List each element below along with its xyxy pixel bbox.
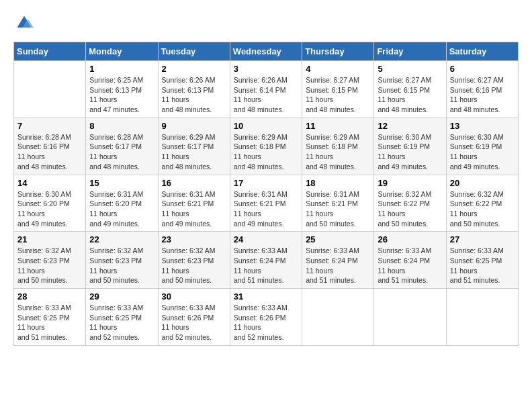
calendar-cell: 10Sunrise: 6:29 AMSunset: 6:18 PM11 hour… bbox=[230, 118, 302, 175]
day-number: 9 bbox=[162, 121, 226, 131]
calendar-cell: 28Sunrise: 6:33 AMSunset: 6:25 PM11 hour… bbox=[14, 289, 86, 346]
calendar-cell: 3Sunrise: 6:26 AMSunset: 6:14 PM11 hours… bbox=[230, 61, 302, 118]
weekday-header-sunday: Sunday bbox=[14, 42, 86, 61]
calendar-cell: 16Sunrise: 6:31 AMSunset: 6:21 PM11 hour… bbox=[158, 175, 230, 232]
calendar-cell: 9Sunrise: 6:29 AMSunset: 6:17 PM11 hours… bbox=[158, 118, 230, 175]
day-info: Sunrise: 6:29 AMSunset: 6:17 PM11 hoursa… bbox=[162, 132, 226, 172]
calendar-cell: 23Sunrise: 6:32 AMSunset: 6:23 PM11 hour… bbox=[158, 232, 230, 289]
day-number: 26 bbox=[378, 234, 442, 244]
day-info: Sunrise: 6:28 AMSunset: 6:16 PM11 hoursa… bbox=[17, 132, 82, 172]
day-info: Sunrise: 6:31 AMSunset: 6:20 PM11 hoursa… bbox=[89, 189, 154, 229]
day-info: Sunrise: 6:33 AMSunset: 6:26 PM11 hoursa… bbox=[162, 303, 226, 342]
week-row-2: 7Sunrise: 6:28 AMSunset: 6:16 PM11 hours… bbox=[14, 118, 519, 175]
day-number: 21 bbox=[17, 234, 82, 244]
logo-icon bbox=[15, 13, 34, 32]
calendar-cell: 5Sunrise: 6:27 AMSunset: 6:15 PM11 hours… bbox=[374, 61, 446, 118]
weekday-header-thursday: Thursday bbox=[302, 42, 374, 61]
day-number: 4 bbox=[306, 64, 370, 74]
day-info: Sunrise: 6:31 AMSunset: 6:21 PM11 hoursa… bbox=[234, 189, 298, 229]
day-info: Sunrise: 6:32 AMSunset: 6:22 PM11 hoursa… bbox=[450, 189, 515, 229]
day-number: 6 bbox=[450, 64, 515, 74]
day-info: Sunrise: 6:33 AMSunset: 6:25 PM11 hoursa… bbox=[89, 303, 154, 342]
calendar-cell: 11Sunrise: 6:29 AMSunset: 6:18 PM11 hour… bbox=[302, 118, 374, 175]
week-row-4: 21Sunrise: 6:32 AMSunset: 6:23 PM11 hour… bbox=[14, 232, 519, 289]
weekday-header-friday: Friday bbox=[374, 42, 446, 61]
calendar-cell: 4Sunrise: 6:27 AMSunset: 6:15 PM11 hours… bbox=[302, 61, 374, 118]
day-number: 12 bbox=[378, 121, 442, 131]
day-number: 14 bbox=[17, 178, 82, 188]
calendar-cell: 29Sunrise: 6:33 AMSunset: 6:25 PM11 hour… bbox=[86, 289, 158, 346]
day-info: Sunrise: 6:26 AMSunset: 6:13 PM11 hoursa… bbox=[162, 75, 226, 115]
weekday-header-wednesday: Wednesday bbox=[230, 42, 302, 61]
day-info: Sunrise: 6:27 AMSunset: 6:16 PM11 hoursa… bbox=[450, 75, 515, 115]
day-info: Sunrise: 6:29 AMSunset: 6:18 PM11 hoursa… bbox=[306, 132, 370, 172]
week-row-3: 14Sunrise: 6:30 AMSunset: 6:20 PM11 hour… bbox=[14, 175, 519, 232]
day-number: 15 bbox=[89, 178, 154, 188]
calendar-cell: 22Sunrise: 6:32 AMSunset: 6:23 PM11 hour… bbox=[86, 232, 158, 289]
day-info: Sunrise: 6:27 AMSunset: 6:15 PM11 hoursa… bbox=[378, 75, 442, 115]
calendar-cell: 2Sunrise: 6:26 AMSunset: 6:13 PM11 hours… bbox=[158, 61, 230, 118]
calendar-cell: 14Sunrise: 6:30 AMSunset: 6:20 PM11 hour… bbox=[14, 175, 86, 232]
day-info: Sunrise: 6:33 AMSunset: 6:25 PM11 hoursa… bbox=[450, 246, 515, 285]
week-row-5: 28Sunrise: 6:33 AMSunset: 6:25 PM11 hour… bbox=[14, 289, 519, 346]
logo bbox=[13, 13, 34, 35]
day-number: 7 bbox=[17, 121, 82, 131]
calendar-cell: 31Sunrise: 6:33 AMSunset: 6:26 PM11 hour… bbox=[230, 289, 302, 346]
calendar-cell: 21Sunrise: 6:32 AMSunset: 6:23 PM11 hour… bbox=[14, 232, 86, 289]
page-header bbox=[13, 13, 519, 35]
day-number: 28 bbox=[17, 291, 82, 302]
weekday-header-tuesday: Tuesday bbox=[158, 42, 230, 61]
day-number: 10 bbox=[234, 121, 298, 131]
day-number: 2 bbox=[162, 64, 226, 74]
calendar-cell bbox=[446, 289, 518, 346]
day-info: Sunrise: 6:33 AMSunset: 6:24 PM11 hoursa… bbox=[234, 246, 298, 285]
day-info: Sunrise: 6:32 AMSunset: 6:22 PM11 hoursa… bbox=[378, 189, 442, 229]
day-number: 20 bbox=[450, 178, 515, 188]
day-number: 1 bbox=[89, 64, 154, 74]
day-info: Sunrise: 6:30 AMSunset: 6:19 PM11 hoursa… bbox=[450, 132, 515, 172]
weekday-header-row: SundayMondayTuesdayWednesdayThursdayFrid… bbox=[14, 42, 519, 61]
calendar-cell: 18Sunrise: 6:31 AMSunset: 6:21 PM11 hour… bbox=[302, 175, 374, 232]
day-number: 16 bbox=[162, 178, 226, 188]
day-info: Sunrise: 6:31 AMSunset: 6:21 PM11 hoursa… bbox=[306, 189, 370, 229]
day-number: 22 bbox=[89, 234, 154, 244]
calendar-cell: 13Sunrise: 6:30 AMSunset: 6:19 PM11 hour… bbox=[446, 118, 518, 175]
day-info: Sunrise: 6:32 AMSunset: 6:23 PM11 hoursa… bbox=[89, 246, 154, 285]
calendar-cell: 25Sunrise: 6:33 AMSunset: 6:24 PM11 hour… bbox=[302, 232, 374, 289]
day-info: Sunrise: 6:33 AMSunset: 6:24 PM11 hoursa… bbox=[378, 246, 442, 285]
calendar-cell: 12Sunrise: 6:30 AMSunset: 6:19 PM11 hour… bbox=[374, 118, 446, 175]
day-info: Sunrise: 6:33 AMSunset: 6:24 PM11 hoursa… bbox=[306, 246, 370, 285]
weekday-header-monday: Monday bbox=[86, 42, 158, 61]
day-number: 18 bbox=[306, 178, 370, 188]
calendar-cell bbox=[302, 289, 374, 346]
calendar-cell bbox=[374, 289, 446, 346]
day-info: Sunrise: 6:30 AMSunset: 6:20 PM11 hoursa… bbox=[17, 189, 82, 229]
day-number: 3 bbox=[234, 64, 298, 74]
day-number: 24 bbox=[234, 234, 298, 244]
day-number: 29 bbox=[89, 291, 154, 302]
day-info: Sunrise: 6:32 AMSunset: 6:23 PM11 hoursa… bbox=[162, 246, 226, 285]
day-info: Sunrise: 6:25 AMSunset: 6:13 PM11 hoursa… bbox=[89, 75, 154, 115]
calendar-cell: 26Sunrise: 6:33 AMSunset: 6:24 PM11 hour… bbox=[374, 232, 446, 289]
calendar-cell: 15Sunrise: 6:31 AMSunset: 6:20 PM11 hour… bbox=[86, 175, 158, 232]
day-info: Sunrise: 6:28 AMSunset: 6:17 PM11 hoursa… bbox=[89, 132, 154, 172]
weekday-header-saturday: Saturday bbox=[446, 42, 518, 61]
day-info: Sunrise: 6:27 AMSunset: 6:15 PM11 hoursa… bbox=[306, 75, 370, 115]
day-number: 11 bbox=[306, 121, 370, 131]
day-number: 25 bbox=[306, 234, 370, 244]
calendar-cell: 7Sunrise: 6:28 AMSunset: 6:16 PM11 hours… bbox=[14, 118, 86, 175]
day-number: 31 bbox=[234, 291, 298, 302]
calendar-cell: 8Sunrise: 6:28 AMSunset: 6:17 PM11 hours… bbox=[86, 118, 158, 175]
day-number: 19 bbox=[378, 178, 442, 188]
calendar-cell: 20Sunrise: 6:32 AMSunset: 6:22 PM11 hour… bbox=[446, 175, 518, 232]
day-info: Sunrise: 6:30 AMSunset: 6:19 PM11 hoursa… bbox=[378, 132, 442, 172]
calendar-cell: 30Sunrise: 6:33 AMSunset: 6:26 PM11 hour… bbox=[158, 289, 230, 346]
day-number: 27 bbox=[450, 234, 515, 244]
day-info: Sunrise: 6:29 AMSunset: 6:18 PM11 hoursa… bbox=[234, 132, 298, 172]
day-info: Sunrise: 6:26 AMSunset: 6:14 PM11 hoursa… bbox=[234, 75, 298, 115]
day-number: 5 bbox=[378, 64, 442, 74]
day-info: Sunrise: 6:33 AMSunset: 6:25 PM11 hoursa… bbox=[17, 303, 82, 342]
day-info: Sunrise: 6:33 AMSunset: 6:26 PM11 hoursa… bbox=[234, 303, 298, 342]
week-row-1: 1Sunrise: 6:25 AMSunset: 6:13 PM11 hours… bbox=[14, 61, 519, 118]
day-number: 30 bbox=[162, 291, 226, 302]
